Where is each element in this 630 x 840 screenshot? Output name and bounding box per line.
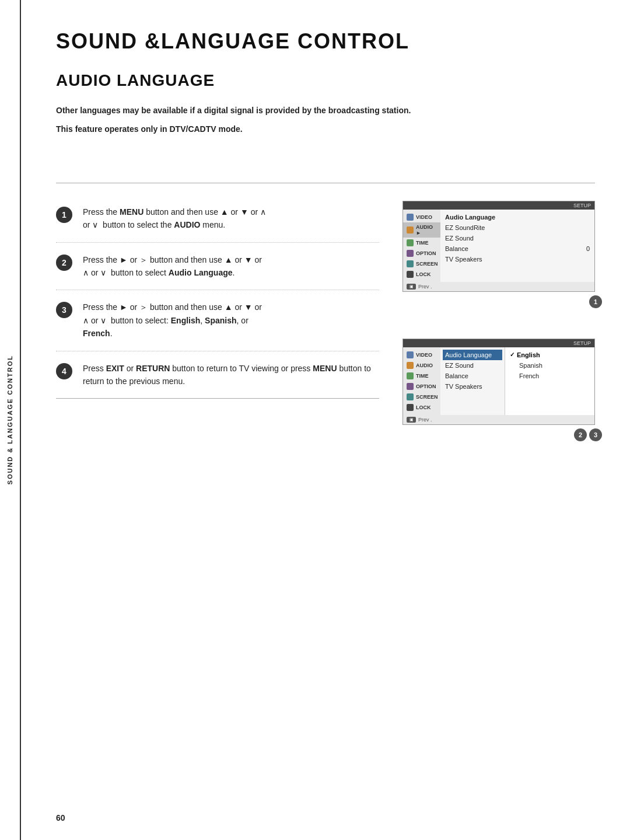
submenu-spanish: Spanish bbox=[510, 360, 590, 371]
steps-left: 1 Press the MENU button and then use ▲ o… bbox=[56, 195, 379, 399]
s2-video-icon bbox=[407, 351, 414, 358]
menu-item-screen: SCREEN bbox=[403, 259, 440, 269]
screen-icon bbox=[407, 260, 414, 267]
lock-icon bbox=[407, 271, 414, 278]
screen1-footer: ▣ Prev . bbox=[403, 282, 594, 291]
checkmark-icon: ✓ bbox=[510, 351, 514, 358]
step-2-number: 2 bbox=[56, 255, 72, 271]
s2-menu-item-lock: LOCK bbox=[403, 402, 440, 413]
step-3-number: 3 bbox=[56, 302, 72, 318]
s2-screen-icon bbox=[407, 393, 414, 400]
s2-menu-item-audio: AUDIO bbox=[403, 360, 440, 371]
menu-item-video: VIDEO bbox=[403, 212, 440, 222]
right-item-ez-sound: EZ Sound bbox=[445, 233, 590, 243]
audio-icon bbox=[407, 226, 414, 233]
s2-menu-item-time: TIME bbox=[403, 371, 440, 381]
screen1-wrapper: SETUP VIDEO AU bbox=[402, 201, 595, 301]
s2-right-ez-sound: EZ Sound bbox=[445, 360, 500, 371]
screen2: SETUP VIDEO AU bbox=[402, 339, 595, 425]
video-icon bbox=[407, 214, 414, 221]
s2-right-audio-language: Audio Language bbox=[443, 350, 502, 360]
s2-time-icon bbox=[407, 372, 414, 379]
step-1-number: 1 bbox=[56, 207, 72, 223]
submenu-english: ✓ English bbox=[510, 350, 590, 360]
screens-right: SETUP VIDEO AU bbox=[402, 195, 595, 446]
step-3-text: Press the ► or ＞ button and then use ▲ o… bbox=[83, 301, 379, 340]
sidebar: SOUND & LANGUAGE CONTROL bbox=[0, 0, 21, 840]
screen1-right: Audio Language EZ SoundRite EZ Sound Bal… bbox=[440, 210, 594, 282]
time-icon bbox=[407, 239, 414, 246]
screen2-right: Audio Language EZ Sound Balance TV Speak… bbox=[440, 347, 505, 415]
step-2-row: 2 Press the ► or ＞ button and then use ▲… bbox=[56, 243, 379, 291]
menu-item-lock: LOCK bbox=[403, 269, 440, 280]
screen1-topbar: SETUP bbox=[403, 201, 594, 210]
submenu-french: French bbox=[510, 371, 590, 381]
page-number: 60 bbox=[56, 813, 65, 822]
screen2-topbar: SETUP bbox=[403, 339, 594, 347]
step-1-text: Press the MENU button and then use ▲ or … bbox=[83, 205, 379, 232]
right-item-balance: Balance 0 bbox=[445, 243, 590, 254]
menu-item-option: OPTION bbox=[403, 248, 440, 259]
screen2-submenu: ✓ English Spanish Fr bbox=[505, 347, 594, 415]
screen2-inner: VIDEO AUDIO TIME bbox=[403, 347, 594, 415]
screen1-inner: VIDEO AUDIO ► TIME bbox=[403, 210, 594, 282]
s2-menu-item-screen: SCREEN bbox=[403, 392, 440, 402]
right-item-tv-speakers: TV Speakers bbox=[445, 254, 590, 264]
screen1-badge: 1 bbox=[589, 295, 602, 308]
right-item-audio-language: Audio Language bbox=[445, 212, 590, 222]
intro-line-1: Other languages may be available if a di… bbox=[56, 104, 595, 117]
menu-item-time: TIME bbox=[403, 238, 440, 248]
s2-footer-icon: ▣ bbox=[407, 417, 416, 423]
top-divider bbox=[56, 183, 595, 183]
steps-section: 1 Press the MENU button and then use ▲ o… bbox=[56, 183, 595, 446]
screen2-footer: ▣ Prev . bbox=[403, 415, 594, 424]
step-2-text: Press the ► or ＞ button and then use ▲ o… bbox=[83, 253, 379, 280]
footer-icon: ▣ bbox=[407, 284, 416, 290]
s2-right-tv-speakers: TV Speakers bbox=[445, 381, 500, 392]
screen2-wrapper: SETUP VIDEO AU bbox=[402, 339, 595, 434]
s2-lock-icon bbox=[407, 404, 414, 411]
intro-line-2: This feature operates only in DTV/CADTV … bbox=[56, 123, 595, 135]
step-4-row: 4 Press EXIT or RETURN button to return … bbox=[56, 351, 379, 399]
arrow-right-icon bbox=[495, 353, 499, 357]
step-3-row: 3 Press the ► or ＞ button and then use ▲… bbox=[56, 290, 379, 351]
page-title: SOUND &LANGUAGE CONTROL bbox=[56, 29, 595, 54]
s2-menu-item-option: OPTION bbox=[403, 381, 440, 392]
step-1-row: 1 Press the MENU button and then use ▲ o… bbox=[56, 195, 379, 243]
step-4-text: Press EXIT or RETURN button to return to… bbox=[83, 362, 379, 388]
s2-right-balance: Balance bbox=[445, 371, 500, 381]
right-item-ez-soundrite: EZ SoundRite bbox=[445, 222, 590, 233]
screen2-badge-3: 3 bbox=[589, 428, 602, 441]
sidebar-label: SOUND & LANGUAGE CONTROL bbox=[6, 355, 13, 485]
main-content: SOUND &LANGUAGE CONTROL AUDIO LANGUAGE O… bbox=[21, 0, 630, 840]
page-container: SOUND & LANGUAGE CONTROL SOUND &LANGUAGE… bbox=[0, 0, 630, 840]
s2-menu-item-video: VIDEO bbox=[403, 350, 440, 360]
screen1-menu-left: VIDEO AUDIO ► TIME bbox=[403, 210, 440, 282]
s2-option-icon bbox=[407, 383, 414, 390]
screen2-menu-left: VIDEO AUDIO TIME bbox=[403, 347, 440, 415]
section-title: AUDIO LANGUAGE bbox=[56, 71, 595, 90]
screen1: SETUP VIDEO AU bbox=[402, 201, 595, 292]
screen2-badge-2: 2 bbox=[574, 428, 587, 441]
screen2-badges: 2 3 bbox=[574, 428, 602, 441]
step-4-number: 4 bbox=[56, 363, 72, 379]
option-icon bbox=[407, 250, 414, 257]
s2-audio-icon bbox=[407, 362, 414, 369]
steps-and-screens: 1 Press the MENU button and then use ▲ o… bbox=[56, 195, 595, 446]
menu-item-audio-active: AUDIO ► bbox=[403, 222, 440, 238]
